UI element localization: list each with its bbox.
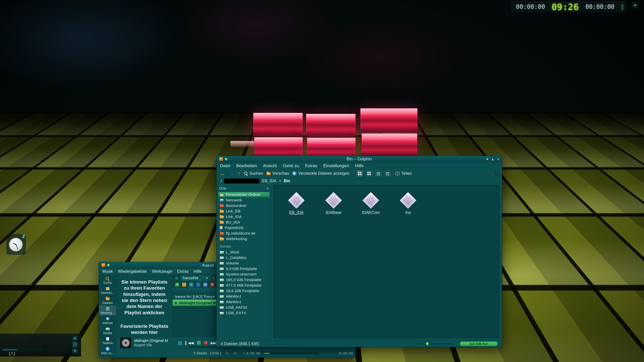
hscrollbar-thumb[interactable] bbox=[3, 349, 17, 350]
device-usb-ext4[interactable]: USB_EXT4 bbox=[218, 310, 270, 316]
scrollbar-thumb[interactable] bbox=[73, 342, 77, 347]
minimize-button[interactable]: ▾ bbox=[486, 156, 488, 162]
file-eb-ida[interactable]: EB_IDA bbox=[281, 192, 311, 215]
device-l-datamisc[interactable]: L_DataMisc bbox=[218, 255, 270, 260]
media-sources-icon[interactable] bbox=[178, 341, 182, 345]
place-netzwerk[interactable]: Netzwerk bbox=[218, 197, 270, 203]
horizontal-scrollbar[interactable] bbox=[2, 349, 42, 351]
zoom-slider[interactable] bbox=[418, 343, 453, 344]
rail-item-titelinfo[interactable]: TitelInfo bbox=[99, 336, 116, 346]
open-folder-icon[interactable] bbox=[182, 283, 186, 287]
file-idabase[interactable]: IDABase bbox=[318, 192, 349, 215]
pin-icon[interactable] bbox=[225, 158, 227, 160]
clear-filter-icon[interactable]: × bbox=[212, 276, 214, 280]
device-altewin1[interactable]: AlteWin1 bbox=[218, 294, 270, 299]
previous-track-button[interactable]: ▎◀◀ bbox=[185, 341, 193, 345]
stop-button[interactable] bbox=[204, 341, 207, 344]
breadcrumb-root[interactable]: / bbox=[221, 179, 222, 183]
view-icons-button[interactable] bbox=[357, 170, 363, 176]
digital-clock-widget[interactable]: 00:00:00 09:26 00:00:00 ▲▼ bbox=[510, 1, 626, 13]
breadcrumb-parent[interactable]: EB_IDA bbox=[262, 179, 276, 183]
add-playlist-icon[interactable]: + bbox=[175, 283, 179, 287]
redo-icon[interactable]: ↪ bbox=[203, 283, 207, 287]
menu-bearbeiten[interactable]: Bearbeiten bbox=[236, 163, 257, 168]
menu-hilfe[interactable]: Hilfe bbox=[194, 269, 202, 274]
folder-view[interactable]: EB_IDA IDABase IDAECom Ins bbox=[273, 185, 499, 338]
breadcrumb-redacted[interactable] bbox=[224, 178, 259, 184]
rail-item-geraete[interactable]: Geräte bbox=[99, 326, 116, 336]
rail-item-wiedergabelisten[interactable]: Wiederg... bbox=[99, 306, 116, 316]
device-hdd-9gib[interactable]: 9,3 GiB Festplatte bbox=[218, 266, 270, 272]
close-button[interactable]: × bbox=[497, 156, 499, 162]
device-l-work[interactable]: L_Work bbox=[218, 249, 270, 255]
amarok-app-icon[interactable] bbox=[101, 263, 105, 267]
playlist-filter-combobox[interactable]: TranceFM ▼ bbox=[180, 276, 210, 281]
file-idaecom[interactable]: IDAECom bbox=[356, 192, 386, 215]
maximize-button[interactable]: ▴ bbox=[492, 156, 494, 162]
place-ftp[interactable]: ftp.individcore.de bbox=[218, 231, 270, 236]
toolbar-overflow-button[interactable] bbox=[494, 171, 499, 176]
place-basisordner[interactable]: Basisordner bbox=[218, 203, 270, 208]
menu-einstellungen[interactable]: Einstellungen bbox=[323, 163, 349, 168]
menu-extras[interactable]: Extras bbox=[177, 269, 188, 274]
device-volume[interactable]: Volume bbox=[218, 260, 270, 266]
zoom-knob[interactable] bbox=[426, 342, 429, 345]
dolphin-titlebar[interactable]: Bin – Dolphin ▾ ▴ × bbox=[217, 156, 502, 162]
device-system-reserviert[interactable]: System-reserviert bbox=[218, 272, 270, 277]
place-webhosting[interactable]: WebHosting bbox=[218, 236, 270, 242]
clear-playlist-icon[interactable]: × bbox=[210, 283, 214, 287]
move-up-icon[interactable]: ↑ bbox=[189, 283, 193, 287]
rail-item-dateien[interactable]: Dateien bbox=[99, 296, 116, 306]
menu-hilfe[interactable]: Hilfe bbox=[355, 163, 364, 168]
repeat-icon[interactable]: ↻ bbox=[226, 351, 229, 355]
rail-item-suche[interactable]: Suche bbox=[99, 276, 116, 286]
save-playlist-icon[interactable] bbox=[196, 283, 200, 287]
device-hdd-477mib[interactable]: 477,0 MiB Festplatte bbox=[218, 283, 270, 288]
place-link-eb[interactable]: Link_EB bbox=[218, 208, 270, 214]
menu-gehe-zu[interactable]: Gehe zu bbox=[283, 163, 299, 168]
device-hdd-18gib[interactable]: 18,6 GiB Festplatte bbox=[218, 288, 270, 294]
hidden-files-button[interactable]: i Versteckte Dateien anzeigen bbox=[292, 171, 349, 176]
device-usb-fat32[interactable]: USB_FAT32 bbox=[218, 305, 270, 310]
favorite-star-icon[interactable]: ☆ bbox=[175, 276, 178, 281]
analog-clock-widget[interactable]: Z bbox=[6, 234, 26, 255]
album-art[interactable] bbox=[120, 338, 131, 348]
rail-item-infos[interactable]: i Infos zu... bbox=[99, 346, 116, 356]
rail-item-internet[interactable]: Internet bbox=[99, 316, 116, 326]
menu-musik[interactable]: Musik bbox=[102, 269, 113, 274]
menu-wiedergabeliste[interactable]: Wiedergabeliste bbox=[118, 269, 147, 274]
pin-icon[interactable] bbox=[107, 264, 110, 266]
vertical-scrollbar[interactable]: ▲ ▼ bbox=[72, 336, 78, 353]
up-button[interactable]: ↑ bbox=[238, 170, 241, 177]
clock-settings-knob[interactable]: ▲▼ bbox=[621, 3, 624, 11]
dolphin-app-icon[interactable] bbox=[219, 157, 223, 161]
scroll-up-button[interactable]: ▲ bbox=[73, 336, 77, 340]
pause-button[interactable] bbox=[197, 341, 200, 345]
shuffle-icon[interactable]: ⇄ bbox=[233, 351, 236, 355]
device-altewin1-2[interactable]: AlteWin1 bbox=[218, 299, 270, 305]
place-bu-ida[interactable]: BU_IDA bbox=[218, 219, 270, 225]
device-hdd-165gib[interactable]: 165,9 GiB Festplatte bbox=[218, 277, 270, 283]
scroll-down-button[interactable]: ▼ bbox=[73, 349, 77, 353]
status-progress-bar[interactable] bbox=[264, 352, 318, 354]
place-home[interactable]: Persönlicher Ordner bbox=[218, 192, 270, 197]
search-button[interactable]: Suchen bbox=[244, 171, 263, 176]
rail-item-sammlung[interactable]: Sammlu... bbox=[99, 286, 116, 296]
back-button[interactable]: ← bbox=[220, 170, 225, 177]
view-compact-button[interactable] bbox=[366, 170, 372, 176]
preview-button[interactable]: Vorschau bbox=[266, 171, 289, 176]
menu-extras[interactable]: Extras bbox=[305, 163, 317, 168]
menu-werkzeuge[interactable]: Werkzeuge bbox=[152, 269, 172, 274]
file-ins[interactable]: Ins bbox=[393, 192, 423, 215]
breadcrumb-current[interactable]: Bin bbox=[284, 179, 290, 183]
place-papierkorb[interactable]: Papierkorb bbox=[218, 225, 270, 231]
tray-button[interactable] bbox=[632, 2, 638, 9]
view-details-button[interactable] bbox=[375, 170, 381, 176]
forward-button[interactable]: → bbox=[229, 170, 234, 177]
close-panel-icon[interactable]: × bbox=[266, 186, 269, 190]
view-tree-button[interactable] bbox=[385, 170, 391, 176]
split-button[interactable]: Teilen bbox=[395, 171, 412, 176]
menu-datei[interactable]: Datei bbox=[220, 163, 230, 168]
place-link-ida[interactable]: Link_IDA bbox=[218, 214, 270, 219]
menu-ansicht[interactable]: Ansicht bbox=[263, 163, 277, 168]
